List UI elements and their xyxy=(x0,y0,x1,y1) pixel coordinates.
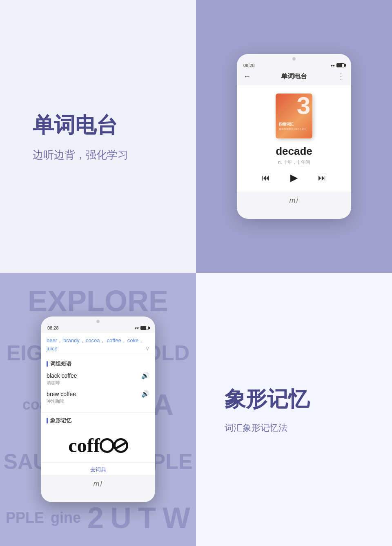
sound-icon-1[interactable]: 🔊 xyxy=(141,372,149,379)
phone-nav: ← 单词电台 ⋮ xyxy=(237,70,351,85)
phone-content: 3 四级词汇 收录所有常见 CET-4 词汇 decade n. 十年，十年间 … xyxy=(237,85,351,192)
next-button[interactable]: ⏭ xyxy=(318,173,326,183)
section1-header: 词组短语 xyxy=(47,360,149,368)
bg-word: 2 xyxy=(84,499,107,536)
phone2-time: 08:28 xyxy=(47,325,59,330)
bottom-subtitle: 词汇象形记忆法 xyxy=(225,422,392,434)
dropdown-arrow[interactable]: ∨ xyxy=(145,345,149,352)
book-subtext: 收录所有常见 CET-4 词汇 xyxy=(279,127,307,131)
phone2-status-icons: ▾▾ xyxy=(135,326,149,330)
top-right-panel: 08:28 ▾▾ ← 单词电台 ⋮ 3 xyxy=(196,0,392,273)
tag-juice[interactable]: juice xyxy=(47,345,58,352)
sound-icon-2[interactable]: 🔊 xyxy=(141,390,149,398)
top-left-panel: 单词电台 边听边背，强化学习 xyxy=(0,0,196,273)
phrase-item-2: brew coffee 🔊 冲泡咖啡 xyxy=(47,390,149,404)
phone-mockup-1: 08:28 ▾▾ ← 单词电台 ⋮ 3 xyxy=(237,54,351,219)
more-button[interactable]: ⋮ xyxy=(337,72,345,81)
word-def: n. 十年，十年间 xyxy=(243,159,345,165)
word-display: decade n. 十年，十年间 xyxy=(243,145,345,165)
bg-word: EXPLORE xyxy=(24,283,172,319)
book-number: 3 xyxy=(297,94,310,118)
wifi-icon-2: ▾▾ xyxy=(135,326,139,330)
phrase2-row: brew coffee 🔊 xyxy=(47,390,149,398)
player-controls: ⏮ ▶ ⏭ xyxy=(243,172,345,183)
section2-bar xyxy=(47,418,48,423)
nav-title: 单词电台 xyxy=(281,72,307,81)
status-icons: ▾▾ xyxy=(331,63,345,68)
coffee-word-display: coff xyxy=(47,428,149,460)
word-main: decade xyxy=(243,145,345,158)
play-button[interactable]: ▶ xyxy=(290,172,298,183)
bg-word: gine xyxy=(47,508,84,528)
battery-icon xyxy=(336,63,345,67)
icon-memory-section: 象形记忆 coff xyxy=(41,412,155,462)
phone-mockup-2: 08:28 ▾▾ beer， brandy， cocoa， xyxy=(41,316,155,502)
section2-title: 象形记忆 xyxy=(50,417,71,424)
book-cover-container: 3 四级词汇 收录所有常见 CET-4 词汇 xyxy=(243,94,345,138)
tag-coke[interactable]: coke， xyxy=(127,337,144,344)
bg-word: T xyxy=(135,499,159,536)
back-button[interactable]: ← xyxy=(243,72,251,81)
tag-coffee[interactable]: coffee， xyxy=(107,337,126,344)
phone-top-bar xyxy=(237,54,351,62)
phone2-top-bar xyxy=(41,316,155,325)
battery-icon-2 xyxy=(140,326,149,330)
coffee-circle-o xyxy=(100,438,114,453)
bottom-right-panel: 象形记忆 词汇象形记忆法 xyxy=(196,273,392,546)
dropdown-section: beer， brandy， cocoa， coffee， coke， juice… xyxy=(41,333,155,356)
status-bar: 08:28 ▾▾ xyxy=(237,62,351,70)
tag-beer[interactable]: beer， xyxy=(47,337,62,344)
phrase1-row: black coffee 🔊 xyxy=(47,372,149,379)
book-text: 四级词汇 xyxy=(279,122,294,127)
coffee-slash-o xyxy=(114,438,128,453)
book-cover: 3 四级词汇 收录所有常见 CET-4 词汇 xyxy=(276,94,312,138)
bg-word: U xyxy=(107,499,135,536)
prev-button[interactable]: ⏮ xyxy=(262,173,270,183)
section1-bar xyxy=(47,361,48,367)
section1-title: 词组短语 xyxy=(50,360,71,368)
phrase-item-1: black coffee 🔊 清咖啡 xyxy=(47,372,149,386)
top-title: 单词电台 xyxy=(33,111,196,140)
dropdown-tags: beer， brandy， cocoa， coffee， coke， juice… xyxy=(47,337,149,352)
wifi-icon: ▾▾ xyxy=(331,63,335,68)
bottom-title: 象形记忆 xyxy=(225,385,392,414)
tag-brandy[interactable]: brandy， xyxy=(63,337,85,344)
bottom-left-panel: EXPLORE EIGHT CENTER OLD coal QUI STA SA… xyxy=(0,273,196,546)
phone2-camera xyxy=(96,320,100,323)
phrase2-en: brew coffee xyxy=(47,391,76,397)
phrase-section: 词组短语 black coffee 🔊 清咖啡 brew coffee 🔊 xyxy=(41,356,155,412)
goto-dict-button[interactable]: 去词典 xyxy=(41,462,155,475)
top-subtitle: 边听边背，强化学习 xyxy=(33,148,196,162)
phrase1-en: black coffee xyxy=(47,372,77,379)
phone2-status-bar: 08:28 ▾▾ xyxy=(41,325,155,333)
tag-cocoa[interactable]: cocoa， xyxy=(86,337,105,344)
phone-camera xyxy=(292,57,296,60)
section2-header: 象形记忆 xyxy=(47,417,149,424)
phone2-mi-logo: mi xyxy=(41,475,155,490)
phrase1-cn: 清咖啡 xyxy=(47,380,149,386)
phone2-content: beer， brandy， cocoa， coffee， coke， juice… xyxy=(41,333,155,475)
bg-word: W xyxy=(159,499,194,536)
coffee-prefix: coff xyxy=(68,434,100,457)
time-display: 08:28 xyxy=(243,63,255,68)
mi-logo: mi xyxy=(237,192,351,207)
bg-word: PPLE xyxy=(2,508,47,528)
phrase2-cn: 冲泡咖啡 xyxy=(47,398,149,404)
